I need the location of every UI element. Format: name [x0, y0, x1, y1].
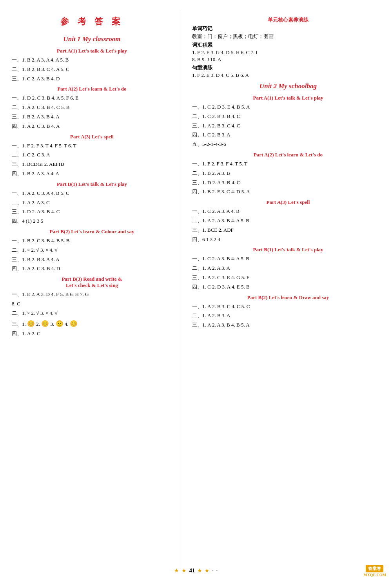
watermark-bottom: MXQE.COM: [363, 573, 386, 577]
u2-partA3-row2: 二、1. A 2. A 3. B 4. A 5. B: [192, 217, 384, 225]
partA3-row3: 三、1. BCDGI 2. AEFHJ: [12, 160, 172, 169]
sentence-header: 句型演练: [192, 64, 384, 71]
u2-partA2-row2: 二、1. B 2. A 3. B: [192, 169, 384, 178]
star-left2: ★: [181, 567, 187, 574]
partA1-row1: 一、1. B 2. A 3. A 4. A 5. B: [12, 56, 172, 64]
u2-partA1-row5: 五、5-2-1-4-3-6: [192, 140, 384, 149]
partB2-row1: 一、1. B 2. C 3. B 4. B 5. B: [12, 237, 172, 245]
partB3-row2: 二、1. × 2. √ 3. × 4. √: [12, 309, 172, 318]
u2-partB2-row2: 二、1. A 2. B 3. A: [192, 312, 384, 320]
vocab-accum-row2: 8. B 9. J 10. A: [192, 56, 384, 63]
u2-partA1-row2: 二、1. C 2. B 3. B 4. C: [192, 113, 384, 121]
watermark: 答案卷 MXQE.COM: [363, 565, 386, 577]
u2-partB1-row1: 一、1. C 2. A 3. B 4. A 5. B: [192, 255, 384, 263]
partA3-row1: 一、1. F 2. F 3. T 4. F 5. T 6. T: [12, 142, 172, 150]
u2-partA2-row3: 三、1. D 2. A 3. B 4. C: [192, 179, 384, 187]
u2-partB1-row3: 三、1. A 2. C 3. E 4. G 5. F: [192, 274, 384, 282]
page-number: 41: [189, 567, 195, 574]
u2-partA2-row4: 四、1. B 2. E 3. C 4. D 5. A: [192, 188, 384, 196]
left-column: 参 考 答 案 Unit 1 My classroom Part A(1) Le…: [0, 12, 180, 569]
unit1-title: Unit 1 My classroom: [12, 35, 172, 43]
partB1-row3: 三、1. D 2. A 3. B 4. C: [12, 208, 172, 216]
u2-partB2-title: Part B(2) Let's learn & Draw and say: [192, 294, 384, 301]
partA3-title: Part A(3) Let's spell: [12, 134, 172, 140]
partA1-row2: 二、1. B 2. B 3. C 4. A 5. C: [12, 65, 172, 74]
watermark-top: 答案卷: [366, 565, 383, 572]
partB3-row1b: 8. C: [12, 300, 172, 308]
vocab-content: 教室；门；窗户；黑板；电灯；图画: [192, 33, 384, 40]
u2-partA3-row3: 三、1. BCE 2. ADF: [192, 226, 384, 234]
right-column: 单元核心素养演练 单词巧记 教室；门；窗户；黑板；电灯；图画 词汇积累 1. F…: [180, 12, 392, 569]
partA3-row2: 二、1. C 2. C 3. A: [12, 151, 172, 159]
u2-partA3-row4: 四、6 1 3 2 4: [192, 236, 384, 244]
u2-partA1-row1: 一、1. C 2. D 3. E 4. B 5. A: [192, 103, 384, 111]
vocab-accum-header: 词汇积累: [192, 42, 384, 49]
partA1-title: Part A(1) Let's talk & Let's play: [12, 48, 172, 54]
partA2-row4: 四、1. A 2. C 3. B 4. A: [12, 122, 172, 131]
star-right1: ★: [197, 567, 202, 574]
partB2-title: Part B(2) Let's learn & Colour and say: [12, 229, 172, 235]
partB3-title-line2: Let's check & Let's sing: [12, 282, 172, 289]
partA2-row3: 三、1. B 2. A 3. B 4. A: [12, 113, 172, 121]
partA2-title: Part A(2) Let's learn & Let's do: [12, 86, 172, 92]
vocab-header: 单词巧记: [192, 25, 384, 32]
vocab-accum-row1: 1. F 2. E 3. G 4. D 5. H 6. C 7. I: [192, 49, 384, 56]
partB3-row3: 三、1. 😊 2. 😊 3. 😟 4. 😊: [12, 319, 172, 329]
partB2-row3: 三、1. B 2. B 3. A 4. A: [12, 256, 172, 264]
partA3-row4: 四、1. B 2. A 3. A 4. A: [12, 170, 172, 178]
star-left1: ★: [174, 567, 179, 574]
partB1-row1: 一、1. A 2. C 3. A 4. B 5. C: [12, 189, 172, 198]
u2-partB1-row2: 二、1. A 2. A 3. A: [192, 264, 384, 272]
partB3-title: Part B(3) Read and write & Let's check &…: [12, 276, 172, 289]
page-footer: ★ ★ 41 ★ ★ • •: [0, 567, 392, 574]
partB1-row2: 二、1. A 2. A 3. C: [12, 199, 172, 207]
partA2-row1: 一、1. D 2. C 3. B 4. A 5. F 6. E: [12, 94, 172, 102]
u2-partA2-title: Part A(2) Let's learn & Let's do: [192, 152, 384, 158]
u2-partA3-title: Part A(3) Let's spell: [192, 199, 384, 205]
u2-partB2-row3: 三、1. A 2. A 3. B 4. B 5. A: [192, 321, 384, 329]
partA2-row2: 二、1. A 2. C 3. B 4. C 5. B: [12, 103, 172, 112]
partB1-title: Part B(1) Let's talk & Let's play: [12, 181, 172, 187]
page-title: 参 考 答 案: [12, 16, 172, 27]
u2-partA1-row4: 四、1. C 2. B 3. A: [192, 131, 384, 139]
u2-partA3-row1: 一、1. C 2. A 3. A 4. B: [192, 207, 384, 216]
unit-core-header: 单元核心素养演练: [192, 16, 384, 24]
u2-partB1-title: Part B(1) Let's talk & Let's play: [192, 247, 384, 253]
partB3-row4: 四、1. A 2. C: [12, 330, 172, 338]
partA1-row3: 三、1. C 2. A 3. B 4. D: [12, 75, 172, 83]
partB1-row4: 四、4 (1) 2 3 5: [12, 217, 172, 225]
u2-partB1-row4: 四、1. C 2. D 3. A 4. E 5. B: [192, 283, 384, 291]
partB2-row2: 二、1. × 2. √ 3. × 4. √: [12, 246, 172, 254]
sentence-row: 1. F 2. E 3. D 4. C 5. B 6. A: [192, 72, 384, 78]
partB3-title-line1: Part B(3) Read and write &: [12, 276, 172, 282]
partB3-row1: 一、1. E 2. A 3. D 4. F 5. B 6. H 7. G: [12, 290, 172, 299]
u2-partA1-title: Part A(1) Let's talk & Let's play: [192, 95, 384, 101]
u2-partA2-row1: 一、1. F 2. F 3. F 4. T 5. T: [192, 160, 384, 168]
partB2-row4: 四、1. A 2. C 3. B 4. D: [12, 265, 172, 273]
unit2-title: Unit 2 My schoolbag: [192, 82, 384, 90]
u2-partA1-row3: 三、1. A 2. B 3. C 4. C: [192, 122, 384, 130]
u2-partB2-row1: 一、1. A 2. B 3. C 4. C 5. C: [192, 303, 384, 311]
